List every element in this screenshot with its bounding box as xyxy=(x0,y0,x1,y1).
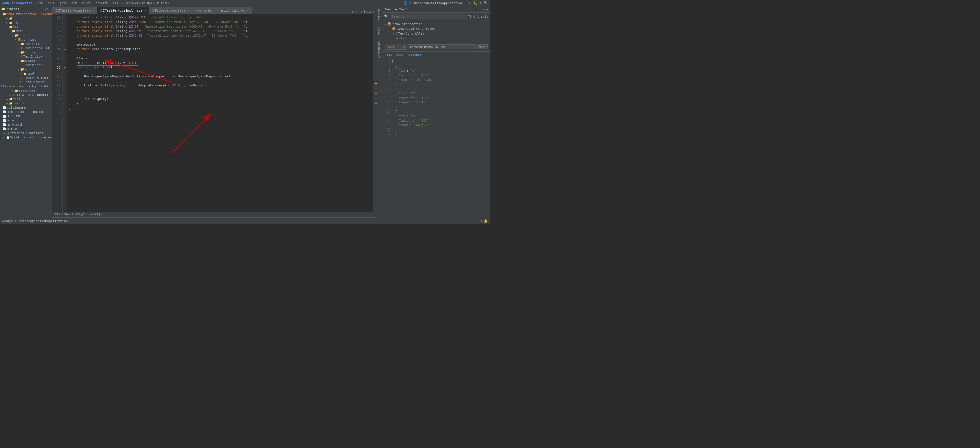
tree-item-itestservice[interactable]: I ITestService xyxy=(0,80,52,84)
scroll-up-icon[interactable]: ∧ xyxy=(369,10,371,14)
tab-propagation[interactable]: C Propagation.java × xyxy=(150,7,192,14)
tree-item-testcontroller[interactable]: C TestController xyxy=(0,46,52,50)
side-tab-restfultool[interactable]: RestfulTool xyxy=(377,37,382,61)
tree-item-test[interactable]: ▶ 📁 test xyxy=(0,97,52,101)
code-line-42 xyxy=(69,111,370,115)
tree-item-itestserviceimpl[interactable]: C ITestServiceImpl xyxy=(0,76,52,80)
json-content-6: }, xyxy=(391,82,399,87)
warning-count: 6 xyxy=(355,11,356,14)
project-name[interactable]: demo-transaction xyxy=(2,1,32,5)
tab-close-console[interactable]: × xyxy=(213,9,215,12)
sidebar-icon-2[interactable]: ≡ xyxy=(44,7,46,11)
dropdown-arrow-icon[interactable]: ▾ xyxy=(465,1,467,5)
editor-scrollbar[interactable] xyxy=(372,14,377,211)
right-panel-settings-icon[interactable]: ⚙ xyxy=(482,7,484,11)
tree-item-extlibs[interactable]: ▶ ⬡ External Libraries xyxy=(0,131,52,135)
tree-root[interactable]: ▾ 📁 demo-transaction ~/Documents/myProje… xyxy=(0,12,52,16)
tree-item-gitignore[interactable]: 📄 .gitignore xyxy=(0,105,52,110)
code-line-26 xyxy=(69,38,370,43)
api-tree-package[interactable]: ▾ 📦 com.kusch.controller xyxy=(382,26,490,31)
search-everywhere-icon[interactable]: 🔍 xyxy=(484,1,488,5)
tree-item-mvn[interactable]: ▶ 📁 .mvn xyxy=(0,21,52,25)
gutter-23 xyxy=(63,24,67,29)
tree-item-testentity[interactable]: C TestEntity xyxy=(0,54,52,59)
tree-item-mvnw[interactable]: 📄 mvnw xyxy=(0,118,52,122)
tab-zzp[interactable]: ⊞ zzp_test_tx × xyxy=(218,7,252,14)
debug-app-label[interactable]: DemoTransactionApplication xyxy=(19,219,68,223)
tree-item-entity[interactable]: ▾ 📁 entity xyxy=(0,50,52,54)
side-tab-maven[interactable]: Maven xyxy=(377,24,382,37)
tree-item-target[interactable]: ▶ 📁 target xyxy=(0,101,52,105)
json-line-17: 17 { xyxy=(383,132,489,137)
debug-close-icon[interactable]: × xyxy=(70,219,72,223)
code-line-24: private static final String WANG_WU = "u… xyxy=(69,29,370,33)
code-content[interactable]: private static final String QUERY_ALL = … xyxy=(67,14,372,211)
resp-tab-response[interactable]: response xyxy=(407,52,422,58)
linenum-23: 23 xyxy=(52,24,62,29)
gutter-39 xyxy=(63,97,67,102)
tree-item-service[interactable]: ▾ 📁 service xyxy=(0,67,52,71)
user-icon[interactable]: 👤 xyxy=(404,1,407,5)
tree-item-mapper[interactable]: ▾ 📁 mapper xyxy=(0,59,52,63)
right-panel-close-icon[interactable]: — xyxy=(486,7,488,11)
error-count: 1 xyxy=(361,11,362,14)
app-dropdown[interactable]: DemoTransactionApplication xyxy=(414,1,463,5)
settings-icon[interactable]: ⚙ xyxy=(479,1,482,5)
vcs-icon[interactable]: ⬆ xyxy=(410,1,412,5)
notifications-icon[interactable]: 🔔 xyxy=(484,219,488,223)
json-linenum-7: 7 xyxy=(383,87,390,91)
tree-item-controller[interactable]: ▾ 📁 controller xyxy=(0,42,52,46)
tree-item-appprops[interactable]: ⚙ application.properties xyxy=(0,93,52,97)
tree-item-java[interactable]: ▾ 📁 java xyxy=(0,33,52,37)
tree-item-main[interactable]: ▾ 📁 main xyxy=(0,29,52,33)
sidebar-icon-3[interactable]: ⚙ xyxy=(47,7,49,11)
tree-item-testmapper[interactable]: I TestMapper xyxy=(0,63,52,67)
tree-item-src[interactable]: ▾ 📁 src xyxy=(0,25,52,29)
code-line-40: } xyxy=(69,102,370,106)
scroll-down-icon[interactable]: ∨ xyxy=(372,10,374,14)
side-tab-database[interactable]: Database xyxy=(377,6,382,24)
tab-itestserviceimpl[interactable]: C ITestServiceImpl.java × xyxy=(97,7,150,14)
api-tree-project[interactable]: ▾ 📦 demo-transaction xyxy=(382,22,490,26)
tree-item-pom[interactable]: 📄 pom.xml xyxy=(0,127,52,131)
tree-item-scratches[interactable]: ▶ 📋 Scratches and Consoles xyxy=(0,135,52,140)
tree-item-mvnwcmd[interactable]: 📄 mvnw.cmd xyxy=(0,122,52,127)
api-search-input[interactable] xyxy=(390,14,466,19)
sidebar-icon-1[interactable]: ⬡ xyxy=(41,7,43,11)
tree-label-mvn: .mvn xyxy=(13,21,21,24)
gutter-33 xyxy=(63,70,67,74)
run-icon[interactable]: ▶ xyxy=(469,1,471,5)
tab-itestservice[interactable]: I ITestService.java × xyxy=(52,7,97,14)
tree-item-demoapplication[interactable]: C DemoTransactionApplication xyxy=(0,84,52,89)
json-content-5: "name": "zhangsan" xyxy=(391,78,433,82)
scrollbar-marker-warning xyxy=(375,83,377,84)
http-method-select[interactable]: GET POST PUT DELETE xyxy=(385,44,407,49)
breadcrumb-class[interactable]: ITestServiceImpl xyxy=(55,213,85,216)
tab-close-propagation[interactable]: × xyxy=(188,9,189,12)
tree-item-idea[interactable]: ▶ 📁 .idea xyxy=(0,16,52,21)
tab-close-itestservice[interactable]: × xyxy=(92,9,94,12)
send-button[interactable]: send xyxy=(476,44,488,49)
http-url-input[interactable] xyxy=(408,44,475,49)
api-tree-class[interactable]: ▾ C TestController xyxy=(382,31,490,36)
tab-close-zzp[interactable]: × xyxy=(247,9,248,12)
gutter-36 xyxy=(63,83,67,88)
tab-console[interactable]: ⌨ console × xyxy=(192,7,218,14)
tree-item-iml[interactable]: 📄 demo-transaction.iml xyxy=(0,110,52,114)
debug-icon[interactable]: 🐛 xyxy=(473,1,477,5)
code-editor: 21 22 23 24 25 26 27 28 29 30 31 32 33 3… xyxy=(52,14,377,211)
tree-item-help[interactable]: 📄 HELP.md xyxy=(0,114,52,118)
json-line-4: 4 "account": "100", xyxy=(383,73,489,78)
tree-item-impl[interactable]: ▾ 📁 impl xyxy=(0,71,52,76)
breadcrumb-method[interactable]: test1() xyxy=(89,213,102,216)
json-content-2: { xyxy=(391,64,397,68)
resp-tab-head[interactable]: head xyxy=(385,52,392,58)
resp-tab-body[interactable]: body xyxy=(396,52,404,58)
settings-gear-icon[interactable]: ⚙ xyxy=(480,219,482,223)
sidebar-icon-4[interactable]: — xyxy=(49,7,51,11)
tree-item-resources[interactable]: ▾ 📁 resources xyxy=(0,89,52,93)
tab-close-itestserviceimpl[interactable]: × xyxy=(145,9,146,12)
tree-item-comkusch[interactable]: ▾ 📦 com.kusch xyxy=(0,37,52,42)
linenum-39: 39 xyxy=(52,97,62,102)
api-tree-endpoint[interactable]: ● /test xyxy=(382,36,490,41)
